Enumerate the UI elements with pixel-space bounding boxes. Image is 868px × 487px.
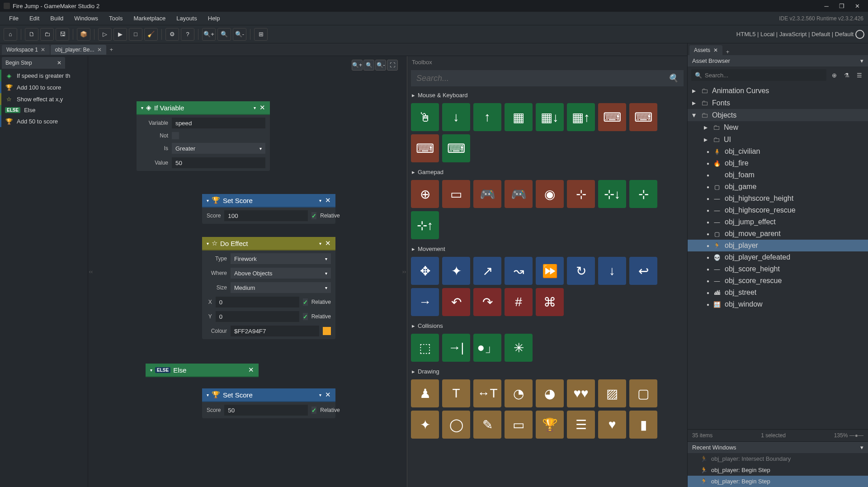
tool-heart-icon[interactable]: ♥ xyxy=(598,411,626,439)
dnd-canvas[interactable]: 🔍+ 🔍 🔍- ⛶ ▾◈If Variable ▾✕ Variable Not … xyxy=(94,56,401,487)
save-button[interactable]: 🖫 xyxy=(56,28,69,41)
tool-pencil-icon[interactable]: ✎ xyxy=(473,411,501,439)
tool-dpad-down-icon[interactable]: ⊹↓ xyxy=(598,180,626,208)
tool-jump-icon[interactable]: ↗ xyxy=(473,257,501,285)
add-tab-button[interactable]: + xyxy=(107,46,116,53)
tool-move-icon[interactable]: ✥ xyxy=(411,257,439,285)
tool-collision-solid-icon[interactable]: →| xyxy=(442,334,470,362)
maximize-button[interactable]: ❐ xyxy=(835,1,849,11)
tool-reverse-icon[interactable]: ↶ xyxy=(442,288,470,316)
tool-gamepad2-icon[interactable]: 🎮 xyxy=(505,180,533,208)
tool-move-free-icon[interactable]: ✦ xyxy=(442,257,470,285)
relative-checkbox[interactable] xyxy=(303,313,308,320)
tree-obj-move[interactable]: ●▢obj_move_parent xyxy=(688,228,868,240)
menu-file[interactable]: File xyxy=(5,13,23,24)
colour-input[interactable] xyxy=(231,326,319,336)
close-icon[interactable]: ✕ xyxy=(325,391,331,399)
tool-trophy-icon[interactable]: 🏆 xyxy=(536,411,564,439)
action-row-else[interactable]: ELSEElse xyxy=(0,105,88,115)
tool-keyboard3-icon[interactable]: ⌨ xyxy=(411,134,439,162)
tool-rect-icon[interactable]: ▢ xyxy=(629,379,657,407)
zoom-reset-button[interactable]: 🔍 xyxy=(217,28,231,41)
tool-rotate-icon[interactable]: ↻ xyxy=(567,257,595,285)
tree-obj-score-height[interactable]: ●—obj_score_height xyxy=(688,263,868,275)
close-icon[interactable]: ✕ xyxy=(259,104,265,112)
tool-pie2-icon[interactable]: ◕ xyxy=(536,379,564,407)
tree-obj-street[interactable]: ●🏙obj_street xyxy=(688,287,868,298)
tree-obj-jump[interactable]: ●—obj_jump_effect xyxy=(688,216,868,228)
tree-fonts[interactable]: ▸🗀Fonts xyxy=(688,97,868,109)
tool-down-icon[interactable]: ↓ xyxy=(598,257,626,285)
tree-obj-player[interactable]: ●🏃obj_player xyxy=(688,240,868,251)
tool-target-icon[interactable]: ⊕ xyxy=(411,180,439,208)
asset-browser-header[interactable]: Asset Browser▾ xyxy=(688,55,868,66)
debug-button[interactable]: ▷ xyxy=(98,28,112,41)
settings-button[interactable]: ⚙ xyxy=(165,28,179,41)
relative-checkbox[interactable] xyxy=(311,212,316,219)
action-row-effect[interactable]: ☆Show effect at x,y xyxy=(0,93,88,105)
tool-gamepad-icon[interactable]: 🎮 xyxy=(473,180,501,208)
tool-mouse-up-icon[interactable]: ↑ xyxy=(473,103,501,131)
run-button[interactable]: ▶ xyxy=(113,28,127,41)
menu-windows[interactable]: Windows xyxy=(70,13,103,24)
tree-ui[interactable]: ▸🗀UI xyxy=(688,133,868,146)
tool-keyboard2-icon[interactable]: ⌨ xyxy=(629,103,657,131)
canvas-zoom-reset[interactable]: 🔍 xyxy=(363,60,374,71)
tree-obj-player-defeated[interactable]: ●💀obj_player_defeated xyxy=(688,251,868,263)
tool-mouse-icon[interactable]: 🖱 xyxy=(411,103,439,131)
where-select[interactable]: Above Objects▾ xyxy=(231,268,331,279)
menu-tools[interactable]: Tools xyxy=(104,13,127,24)
close-icon[interactable]: ✕ xyxy=(713,47,718,53)
menu-edit[interactable]: Edit xyxy=(25,13,44,24)
tool-cmd-icon[interactable]: ⌘ xyxy=(536,288,564,316)
target-icon[interactable] xyxy=(855,30,864,39)
tool-pie-icon[interactable]: ◔ xyxy=(505,379,533,407)
recent-row-1[interactable]: 🏃obj_player: Begin Step xyxy=(688,464,868,476)
dropdown-icon[interactable]: ▾ xyxy=(254,105,256,110)
add-panel-tab[interactable]: + xyxy=(723,48,732,55)
node-else[interactable]: ▾ELSEElse ✕ xyxy=(146,364,259,377)
filter-button[interactable]: ⚗ xyxy=(842,70,852,80)
tree-obj-civilian[interactable]: ●🧍obj_civilian xyxy=(688,146,868,157)
y-input[interactable] xyxy=(216,311,299,322)
chevron-down-icon[interactable]: ▾ xyxy=(860,57,863,64)
tool-collision-free-icon[interactable]: ⬚ xyxy=(411,334,439,362)
stop-button[interactable]: □ xyxy=(129,28,142,41)
section-movement[interactable]: ▸Movement xyxy=(411,244,684,254)
open-button[interactable]: 🗀 xyxy=(40,28,54,41)
tree-objects[interactable]: ▾🗀Objects xyxy=(688,109,868,121)
tool-hatch-icon[interactable]: ▨ xyxy=(598,379,626,407)
tool-snap-icon[interactable]: # xyxy=(505,288,533,316)
close-icon[interactable]: ✕ xyxy=(325,239,331,247)
score-input[interactable] xyxy=(224,210,308,221)
canvas-zoom-in[interactable]: 🔍+ xyxy=(352,60,363,71)
recent-windows-header[interactable]: Recent Windows▾ xyxy=(688,442,868,453)
tool-self-icon[interactable]: ♟ xyxy=(411,379,439,407)
minimize-button[interactable]: ─ xyxy=(819,1,834,11)
tool-grid-icon[interactable]: ▦ xyxy=(505,103,533,131)
package-button[interactable]: 📦 xyxy=(77,28,90,41)
zoom-in-button[interactable]: 🔍+ xyxy=(202,28,216,41)
recent-row-2[interactable]: 🏃obj_player: Begin Step xyxy=(688,476,868,487)
divider-handle[interactable]: ›› xyxy=(401,56,407,487)
canvas-fit[interactable]: ⛶ xyxy=(387,60,398,71)
tree-animation-curves[interactable]: ▸🗀Animation Curves xyxy=(688,85,868,97)
dropdown-icon[interactable]: ▾ xyxy=(319,392,321,397)
section-collisions[interactable]: ▸Collisions xyxy=(411,321,684,331)
tool-dpad-icon[interactable]: ⊹ xyxy=(567,180,595,208)
tree-obj-fire[interactable]: ●🔥obj_fire xyxy=(688,157,868,169)
action-row-ifvar[interactable]: ◈If speed is greater th xyxy=(0,70,88,81)
tree-obj-hs-rescue[interactable]: ●—obj_highscore_rescue xyxy=(688,204,868,216)
score-input[interactable] xyxy=(224,405,308,416)
menu-layouts[interactable]: Layouts xyxy=(172,13,202,24)
tool-dpad-up-icon[interactable]: ⊹↑ xyxy=(411,211,439,239)
close-icon[interactable]: ✕ xyxy=(41,47,45,53)
size-select[interactable]: Medium▾ xyxy=(231,282,331,293)
tool-text-h-icon[interactable]: ↔T xyxy=(473,379,501,407)
colour-swatch[interactable] xyxy=(323,327,331,335)
close-icon[interactable]: ✕ xyxy=(248,366,254,374)
dropdown-icon[interactable]: ▾ xyxy=(319,241,321,246)
target-label[interactable]: HTML5 | Local | JavaScript | Default | D… xyxy=(736,31,854,38)
tool-rect2-icon[interactable]: ▭ xyxy=(505,411,533,439)
tree-new[interactable]: ▸🗀New xyxy=(688,121,868,133)
